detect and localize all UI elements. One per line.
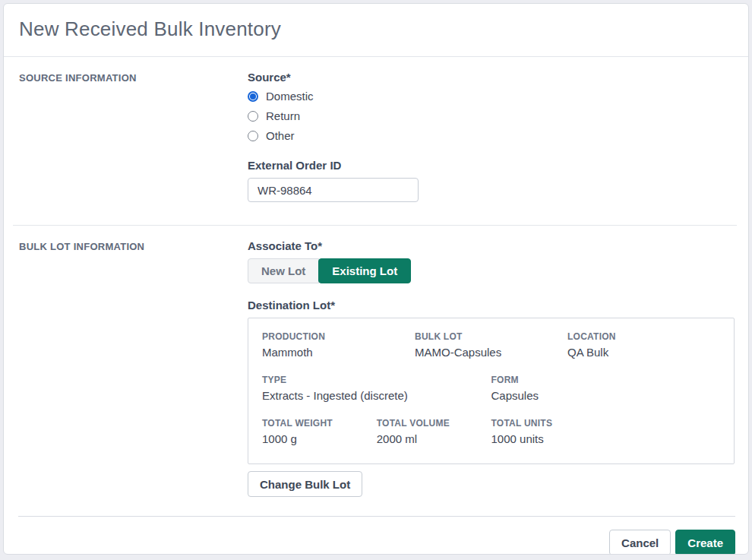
- radio-icon[interactable]: [248, 111, 258, 122]
- create-button[interactable]: Create: [675, 530, 735, 555]
- total-volume-field: TOTAL VOLUME 2000 ml: [377, 418, 491, 445]
- destination-lot-row: TOTAL WEIGHT 1000 g TOTAL VOLUME 2000 ml…: [262, 418, 720, 445]
- total-volume-label: TOTAL VOLUME: [377, 418, 491, 429]
- radio-option-return[interactable]: Return: [248, 109, 735, 122]
- radio-label: Return: [266, 109, 300, 122]
- location-value: QA Bulk: [567, 346, 720, 359]
- source-information-header: SOURCE INFORMATION: [19, 72, 240, 84]
- radio-option-other[interactable]: Other: [248, 129, 735, 142]
- dialog-footer: Cancel Create: [4, 516, 748, 555]
- bulk-lot-information-section: BULK LOT INFORMATION Associate To* New L…: [4, 226, 748, 516]
- destination-lot-row: PRODUCTION Mammoth BULK LOT MAMO-Capsule…: [262, 331, 720, 359]
- form-field: FORM Capsules: [491, 375, 721, 402]
- new-lot-toggle-button[interactable]: New Lot: [248, 258, 319, 283]
- bulk-lot-value: MAMO-Capsules: [415, 346, 567, 359]
- form-label: FORM: [491, 375, 721, 385]
- external-order-id-label: External Order ID: [248, 159, 735, 172]
- bulk-lot-field: BULK LOT MAMO-Capsules: [415, 331, 567, 359]
- external-order-id-input[interactable]: [248, 178, 419, 202]
- radio-icon[interactable]: [248, 131, 258, 141]
- form-value: Capsules: [491, 389, 721, 402]
- radio-label: Domestic: [266, 90, 314, 103]
- type-label: TYPE: [262, 375, 491, 385]
- source-field-label: Source*: [248, 71, 735, 84]
- radio-icon[interactable]: [248, 91, 258, 102]
- bulk-lot-information-header: BULK LOT INFORMATION: [19, 241, 240, 252]
- total-volume-value: 2000 ml: [377, 432, 491, 445]
- source-radio-group: Domestic Return Other: [248, 90, 735, 142]
- destination-lot-panel: PRODUCTION Mammoth BULK LOT MAMO-Capsule…: [248, 318, 735, 464]
- cancel-button[interactable]: Cancel: [609, 530, 671, 555]
- radio-option-domestic[interactable]: Domestic: [248, 90, 735, 103]
- location-label: LOCATION: [567, 331, 720, 342]
- total-units-value: 1000 units: [491, 432, 721, 445]
- type-field: TYPE Extracts - Ingested (discrete): [262, 375, 491, 402]
- associate-to-label: Associate To*: [248, 239, 735, 252]
- destination-lot-label: Destination Lot*: [248, 299, 735, 312]
- total-weight-field: TOTAL WEIGHT 1000 g: [262, 418, 377, 445]
- destination-lot-row: TYPE Extracts - Ingested (discrete) FORM…: [262, 375, 720, 402]
- production-field: PRODUCTION Mammoth: [262, 331, 415, 359]
- type-value: Extracts - Ingested (discrete): [262, 389, 491, 402]
- bulk-lot-label: BULK LOT: [415, 331, 567, 342]
- location-field: LOCATION QA Bulk: [567, 331, 720, 359]
- existing-lot-toggle-button[interactable]: Existing Lot: [318, 258, 411, 283]
- production-value: Mammoth: [262, 346, 415, 359]
- total-units-field: TOTAL UNITS 1000 units: [491, 418, 721, 445]
- total-weight-value: 1000 g: [262, 432, 377, 445]
- change-bulk-lot-button[interactable]: Change Bulk Lot: [248, 471, 362, 497]
- total-weight-label: TOTAL WEIGHT: [262, 418, 377, 429]
- total-units-label: TOTAL UNITS: [491, 418, 721, 429]
- new-received-bulk-inventory-dialog: New Received Bulk Inventory SOURCE INFOR…: [3, 3, 749, 555]
- dialog-header: New Received Bulk Inventory: [4, 4, 748, 57]
- production-label: PRODUCTION: [262, 331, 415, 342]
- source-information-section: SOURCE INFORMATION Source* Domestic Retu…: [4, 57, 748, 225]
- page-title: New Received Bulk Inventory: [19, 17, 733, 41]
- associate-to-toggle: New Lot Existing Lot: [248, 258, 411, 283]
- radio-label: Other: [266, 129, 295, 142]
